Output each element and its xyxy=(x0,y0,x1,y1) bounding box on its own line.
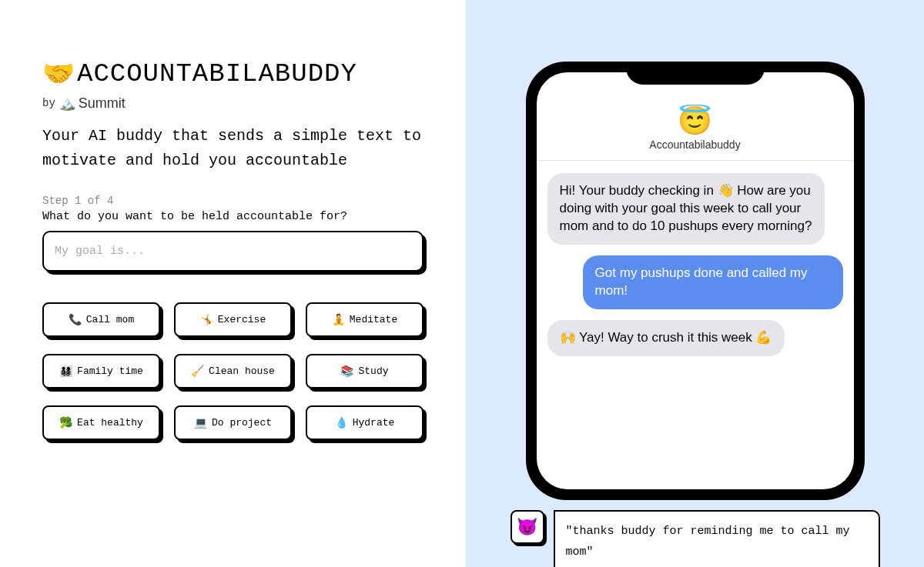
suggestion-exercise[interactable]: 🤸 Exercise xyxy=(174,302,292,337)
suggestion-label: Exercise xyxy=(218,314,266,325)
byline: by 🏔️ Summit xyxy=(42,95,424,112)
meditate-icon: 🧘 xyxy=(332,313,345,326)
suggestion-clean-house[interactable]: 🧹 Clean house xyxy=(174,354,292,389)
step-label: Step 1 of 4 xyxy=(42,195,424,207)
suggestion-label: Clean house xyxy=(209,365,275,377)
suggestion-label: Meditate xyxy=(350,314,397,325)
chat-body: Hi! Your buddy checking in 👋 How are you… xyxy=(537,161,854,369)
suggestion-label: Study xyxy=(358,365,388,377)
suggestion-hydrate[interactable]: 💧 Hydrate xyxy=(306,405,424,440)
goal-input[interactable] xyxy=(42,231,424,272)
testimonial-avatar: 😈 xyxy=(511,510,544,544)
testimonial-text: "thanks buddy for reminding me to call m… xyxy=(554,510,880,567)
handshake-icon: 🤝 xyxy=(42,58,75,90)
suggestion-family-time[interactable]: 👨‍👩‍👧‍👦 Family time xyxy=(42,354,160,389)
devil-icon: 😈 xyxy=(517,517,537,538)
testimonial: 😈 "thanks buddy for reminding me to call… xyxy=(511,510,880,567)
suggestion-label: Family time xyxy=(77,365,143,377)
message-incoming: Hi! Your buddy checking in 👋 How are you… xyxy=(547,173,825,245)
right-panel: 😇 Accountabilabuddy Hi! Your buddy check… xyxy=(466,0,924,567)
suggestion-eat-healthy[interactable]: 🥦 Eat healthy xyxy=(42,405,160,440)
phone-screen: 😇 Accountabilabuddy Hi! Your buddy check… xyxy=(537,72,854,489)
suggestion-label: Hydrate xyxy=(353,417,395,429)
suggestion-study[interactable]: 📚 Study xyxy=(306,354,424,389)
contact-name: Accountabilabuddy xyxy=(537,138,854,151)
company-name: Summit xyxy=(79,95,126,112)
phone-notch xyxy=(626,62,765,85)
suggestions-grid: 📞 Call mom 🤸 Exercise 🧘 Meditate 👨‍👩‍👧‍👦… xyxy=(42,302,424,440)
phone-mockup: 😇 Accountabilabuddy Hi! Your buddy check… xyxy=(526,62,865,500)
tagline: Your AI buddy that sends a simple text t… xyxy=(42,124,424,173)
by-prefix: by xyxy=(42,97,55,109)
broccoli-icon: 🥦 xyxy=(59,416,72,429)
books-icon: 📚 xyxy=(340,365,353,378)
suggestion-call-mom[interactable]: 📞 Call mom xyxy=(42,302,160,337)
message-outgoing: Got my pushups done and called my mom! xyxy=(583,255,843,309)
exercise-icon: 🤸 xyxy=(200,313,213,326)
family-icon: 👨‍👩‍👧‍👦 xyxy=(59,365,72,378)
angel-icon: 😇 xyxy=(537,105,854,137)
suggestion-meditate[interactable]: 🧘 Meditate xyxy=(306,302,424,337)
suggestion-do-project[interactable]: 💻 Do project xyxy=(174,405,292,440)
droplet-icon: 💧 xyxy=(335,416,348,429)
broom-icon: 🧹 xyxy=(191,365,204,378)
suggestion-label: Eat healthy xyxy=(77,417,143,429)
goal-input-wrap xyxy=(42,231,424,272)
phone-icon: 📞 xyxy=(69,313,82,326)
laptop-icon: 💻 xyxy=(194,416,207,429)
message-incoming: 🙌 Yay! Way to crush it this week 💪 xyxy=(547,320,785,356)
chat-header: 😇 Accountabilabuddy xyxy=(537,72,854,161)
suggestion-label: Call mom xyxy=(86,314,134,325)
mountain-icon: 🏔️ xyxy=(59,95,75,112)
form-prompt: What do you want to be held accountable … xyxy=(42,210,424,223)
app-title-text: ACCOUNTABILABUDDY xyxy=(77,59,357,88)
suggestion-label: Do project xyxy=(212,417,272,429)
app-title: 🤝 ACCOUNTABILABUDDY xyxy=(42,58,424,90)
left-panel: 🤝 ACCOUNTABILABUDDY by 🏔️ Summit Your AI… xyxy=(0,0,466,567)
